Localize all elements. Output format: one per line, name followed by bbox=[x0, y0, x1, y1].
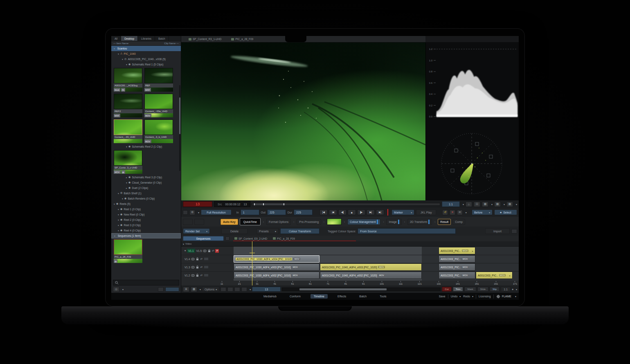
edit-mode-button[interactable]: Slide bbox=[477, 287, 488, 292]
import-button[interactable]: Import bbox=[485, 228, 510, 234]
timeline-scrollbar[interactable] bbox=[282, 288, 441, 291]
quicktime-menu-item[interactable]: QuickTime bbox=[240, 218, 261, 225]
tree-caret-icon[interactable]: ▸ bbox=[126, 176, 127, 179]
workspace-tab[interactable]: Effects bbox=[334, 294, 349, 299]
track-toggle[interactable] bbox=[204, 265, 209, 269]
format-options-button[interactable]: Format Options bbox=[266, 219, 291, 225]
clip-thumbnail[interactable]: A001C00..._ACEScg Multi[5] bbox=[114, 68, 142, 92]
tree-item[interactable]: ▸ ◉ Schematic Reel 3 (0 Clip) bbox=[111, 175, 181, 180]
chevron-down-icon[interactable]: ▾ bbox=[515, 295, 516, 298]
track-name[interactable]: V1.3 bbox=[184, 266, 190, 269]
proxy-toggle-button[interactable]: ◎ bbox=[113, 287, 119, 292]
diamond-icon[interactable]: ◆ bbox=[512, 288, 513, 290]
edit-mode-button[interactable]: Mask bbox=[464, 287, 476, 292]
eye-icon[interactable] bbox=[203, 249, 207, 252]
transport-button[interactable]: [◀ bbox=[320, 209, 328, 215]
fx-button[interactable] bbox=[194, 219, 204, 225]
dur-field[interactable]: 225 bbox=[294, 209, 313, 215]
auto-key-button[interactable]: Auto Key bbox=[220, 219, 238, 225]
current-frame-field[interactable]: 13 bbox=[183, 201, 212, 207]
tree-item[interactable]: ▾ ⚙ Batch Shelf (1) bbox=[111, 191, 181, 196]
tree-caret-icon[interactable]: ▾ bbox=[126, 63, 127, 66]
comp-button[interactable]: Comp bbox=[452, 219, 465, 225]
transport-button[interactable]: ▶| bbox=[367, 209, 375, 215]
result-button[interactable]: Result bbox=[438, 219, 451, 225]
clip-thumbnail[interactable]: PIC_a_28_F09 ▤ bbox=[114, 239, 142, 263]
colour-management-button[interactable]: Colour Management bbox=[347, 219, 380, 225]
edit-mode-button[interactable]: Slip bbox=[490, 287, 500, 292]
timeline-clip[interactable]: A001C003_PIC.. MOV bbox=[439, 247, 475, 254]
clip-thumbnail-image[interactable] bbox=[144, 68, 173, 83]
view-option-icon[interactable]: ▦ bbox=[494, 202, 501, 207]
fit-view-icon[interactable]: ⊡ bbox=[474, 202, 480, 207]
timeline-clip[interactable]: A001C003_PIC_1040_A0F4_v002 [PIC_1020] M… bbox=[320, 272, 422, 279]
tree-item[interactable]: ▾ ◉ Reel 1 (0 Clip) bbox=[111, 207, 181, 212]
tree-caret-icon[interactable]: ▾ bbox=[118, 219, 119, 221]
clip-thumbnail[interactable]: SP_Conte..3_c-UHD MOV▤ bbox=[114, 150, 142, 174]
edit-toggle[interactable] bbox=[241, 287, 247, 292]
tree-caret-icon[interactable]: ▾ bbox=[114, 47, 115, 50]
tree-caret-icon[interactable]: ▾ bbox=[118, 213, 119, 216]
clip-thumbnail-image[interactable] bbox=[144, 94, 173, 109]
tree-item[interactable]: ▾ ◉ New Reel (0 Clip) bbox=[111, 212, 181, 217]
browser-tab[interactable]: Desktop bbox=[121, 36, 138, 41]
layout-grid-icon[interactable]: ▦ bbox=[482, 202, 488, 207]
tree-item[interactable]: ▾ ◉ Reels (5) bbox=[111, 201, 181, 207]
viewer-scrubber[interactable] bbox=[252, 203, 440, 206]
tree-caret-icon[interactable]: ▾ bbox=[122, 58, 123, 61]
chevron-down-icon[interactable]: ▾ bbox=[250, 288, 251, 291]
select-button[interactable]: ◆ Select bbox=[494, 209, 517, 215]
chevron-down-icon[interactable]: ▾ bbox=[200, 288, 201, 291]
workspace-tab[interactable]: MediaHub bbox=[260, 294, 280, 299]
track-header[interactable]: V1.3 ⇄ bbox=[181, 263, 234, 271]
tool-button[interactable] bbox=[183, 210, 188, 215]
resolution-button[interactable]: Full Resolution bbox=[201, 209, 232, 215]
tree-caret-icon[interactable]: ▸ bbox=[126, 187, 127, 189]
image-button[interactable]: Image bbox=[386, 219, 401, 225]
timeline-clip[interactable]: A001C003_PIC.. MOV bbox=[439, 255, 475, 263]
timeline-clip[interactable]: A001C003_PIC_1030_A0F4_v003 [PIC_1010] M… bbox=[234, 263, 320, 271]
tree-caret-icon[interactable]: ▾ bbox=[126, 182, 127, 184]
marker-dropdown[interactable]: Marker ▾ bbox=[392, 209, 414, 215]
sequence-tab[interactable]: SP_Content_E9_2-UHD bbox=[234, 237, 267, 240]
footer-tool-button[interactable] bbox=[158, 287, 164, 292]
tree-item[interactable]: ▾ ◉ Schematic Reel 1 (5 Clips) bbox=[111, 62, 181, 67]
primary-track-badge[interactable]: P bbox=[215, 249, 219, 253]
mute-icon[interactable]: ✕ bbox=[450, 210, 455, 215]
sequence-tab[interactable]: PIC_a_28_F09 bbox=[273, 237, 295, 240]
edit-mode-button[interactable]: Trim bbox=[453, 287, 464, 292]
clip-thumbnail-image[interactable] bbox=[114, 119, 142, 135]
transform-2d-button[interactable]: 2D Transform bbox=[407, 219, 432, 225]
footer-view-button[interactable] bbox=[165, 287, 179, 292]
redo-dropdown[interactable]: Redo ▾ bbox=[463, 295, 473, 298]
presets-dropdown[interactable]: Presets ▾ bbox=[256, 228, 279, 234]
chevron-down-icon[interactable]: ▾ bbox=[516, 203, 517, 206]
tree-item[interactable]: ▾ ◎ A001C005_PIC_1040...v008 (5) bbox=[111, 56, 181, 62]
chevron-down-icon[interactable]: ▾ bbox=[122, 288, 124, 291]
render-sel-dropdown[interactable]: Render Sel ▾ bbox=[183, 228, 210, 234]
snap-icon[interactable]: ≋ bbox=[457, 210, 463, 215]
home-icon[interactable]: ⌂ bbox=[466, 202, 472, 207]
viewer-image[interactable] bbox=[181, 43, 425, 200]
workspace-tab[interactable]: Batch bbox=[356, 294, 370, 299]
viewer-tab[interactable]: PIC_a_28_F09 bbox=[227, 36, 257, 42]
undo-loop-icon[interactable]: ↺ bbox=[442, 210, 448, 215]
grid-icon[interactable]: ▦ bbox=[191, 287, 197, 292]
fx-button[interactable] bbox=[183, 219, 193, 225]
clip-thumbnail-image[interactable] bbox=[144, 119, 173, 135]
workspace-tab[interactable]: Conform bbox=[286, 294, 304, 299]
sync-icon[interactable]: ⇄ bbox=[200, 274, 202, 277]
tree-item[interactable]: ▾ Sequences (1 Item) bbox=[111, 233, 181, 238]
timeline-clip[interactable]: A001C003_PIC_1040_A0F4_v003 [PIC_1020] M… bbox=[320, 263, 422, 271]
chevron-down-icon[interactable]: ▾ bbox=[198, 211, 199, 214]
clip-thumbnail-image[interactable] bbox=[114, 150, 142, 166]
clip-thumbnail[interactable]: Content_..03_UHD bbox=[114, 119, 142, 143]
flame-brand[interactable]: FLAME bbox=[496, 294, 511, 299]
tree-caret-icon[interactable]: ▾ bbox=[118, 229, 119, 232]
pre-processing-button[interactable]: Pre-Processing bbox=[297, 219, 321, 225]
delete-button[interactable]: Delete bbox=[221, 228, 248, 234]
clip-thumbnail-image[interactable] bbox=[114, 94, 142, 109]
in-field[interactable]: 1 bbox=[241, 209, 259, 215]
tool-button[interactable] bbox=[225, 236, 230, 240]
chevron-down-icon[interactable]: ▾ bbox=[516, 288, 517, 291]
